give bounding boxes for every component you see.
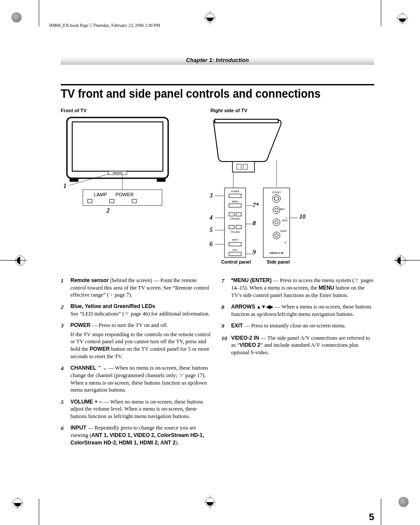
svg-rect-43 [243, 164, 247, 169]
svg-text:S-VIDEO: S-VIDEO [272, 191, 281, 194]
item-head: ARROWS [231, 304, 255, 310]
callout-4: 4 [210, 214, 213, 221]
svg-rect-52 [229, 213, 234, 216]
callout-5: 5 [210, 227, 213, 234]
svg-point-66 [274, 197, 275, 198]
registration-mark-icon [394, 254, 407, 267]
svg-rect-55 [229, 225, 234, 229]
svg-text:R: R [284, 241, 286, 244]
list-item: 1 Remote sensor (behind the screen) — Po… [61, 277, 214, 299]
svg-text:CHANNEL: CHANNEL [230, 217, 240, 220]
svg-point-78 [273, 232, 280, 239]
svg-rect-40 [215, 119, 278, 123]
svg-rect-61 [229, 252, 241, 256]
registration-mark-gray [11, 12, 22, 24]
body-columns: 1 Remote sensor (behind the screen) — Po… [61, 277, 374, 451]
svg-rect-31 [157, 178, 166, 182]
callout-6: 6 [210, 241, 213, 248]
book-header: HM66_EN.book Page 5 Thursday, February 2… [49, 23, 160, 28]
right-side-diagram: POWER MENU CHANNEL VOLUME INPUT EXIT S-V… [202, 116, 369, 274]
registration-mark-icon [204, 11, 216, 25]
svg-text:VIDEO-2 IN: VIDEO-2 IN [269, 252, 284, 254]
callout-10: 10 [299, 213, 306, 220]
chapter-heading: Chapter 1: Introduction [61, 56, 374, 65]
item-head: VIDEO-2 IN [231, 335, 259, 341]
registration-mark-icon [11, 497, 24, 511]
callout-3: 3 [210, 192, 213, 199]
item-head: VOLUME + – [70, 399, 102, 405]
svg-text:VOLUME: VOLUME [230, 231, 240, 233]
diagrams-area: Front of TV LAMP POWER [61, 108, 374, 271]
svg-rect-27 [72, 122, 163, 171]
svg-rect-49 [229, 194, 241, 198]
control-panel-label: Control panel [218, 259, 254, 264]
svg-text:MENU: MENU [232, 200, 239, 203]
list-item: 3 POWER — Press to turn the TV on and of… [61, 322, 214, 360]
page-title: TV front and side panel controls and con… [61, 87, 352, 101]
svg-rect-53 [236, 213, 241, 216]
item-head: POWER [70, 322, 90, 328]
right-column: 7 *MENU (ENTER) — Press to access the me… [221, 277, 374, 451]
front-of-tv-diagram: LAMP POWER [61, 116, 193, 221]
svg-rect-59 [229, 242, 241, 246]
right-side-label: Right side of TV [210, 108, 374, 113]
item-head: INPUT [70, 425, 86, 431]
registration-mark-icon [13, 254, 26, 267]
list-item: 9 EXIT — Press to instantly close an on-… [221, 322, 374, 330]
list-item: 7 *MENU (ENTER) — Press to access the me… [221, 277, 374, 299]
item-head: Remote sensor [70, 277, 109, 283]
svg-point-67 [278, 197, 279, 198]
list-item: 8 ARROWS ▲▼◀▶ — When a menu is on-screen… [221, 303, 374, 318]
svg-text:INPUT: INPUT [232, 239, 239, 241]
item-head: *MENU (ENTER) [231, 277, 272, 283]
callout-7: 7* [253, 202, 259, 209]
svg-text:POWER: POWER [115, 192, 134, 197]
svg-text:EXIT: EXIT [232, 249, 237, 251]
side-panel-label: Side panel [261, 259, 296, 264]
front-of-tv-label: Front of TV [61, 108, 193, 113]
callout-2: 2 [107, 207, 110, 214]
callout-1: 1 [63, 183, 66, 190]
svg-point-71 [273, 206, 280, 213]
title-rule [61, 84, 374, 85]
callout-8: 8 [253, 220, 256, 227]
svg-point-64 [273, 195, 280, 202]
svg-text:AUDIO: AUDIO [280, 230, 287, 232]
item-head: EXIT [231, 323, 243, 329]
crop-mark [394, 260, 420, 261]
svg-rect-51 [229, 204, 241, 207]
svg-rect-42 [237, 164, 241, 169]
svg-point-75 [273, 219, 280, 226]
list-item: 5 VOLUME + – — When no menu is on-screen… [61, 398, 214, 420]
svg-point-68 [274, 199, 275, 200]
svg-text:MONO: MONO [282, 220, 288, 222]
svg-text:LAMP: LAMP [94, 192, 107, 197]
svg-rect-47 [225, 188, 246, 257]
item-head: CHANNEL [70, 365, 96, 371]
svg-rect-29 [113, 172, 122, 174]
item-head: Blue, Yellow and Green/Red LEDs [70, 303, 214, 310]
list-item: 6 INPUT — Repeatedly press to change the… [61, 424, 214, 446]
registration-mark-icon [204, 495, 216, 509]
list-item: 2 Blue, Yellow and Green/Red LEDsSee “LE… [61, 303, 214, 317]
registration-mark-gray [398, 497, 409, 509]
svg-point-69 [278, 199, 279, 200]
list-item: 4 CHANNEL ⌃ ⌄ — When no menu is on-scree… [61, 364, 214, 393]
page-number: 5 [369, 511, 374, 523]
crop-mark [0, 260, 26, 261]
registration-mark-icon [396, 12, 409, 26]
svg-rect-56 [236, 225, 241, 229]
left-column: 1 Remote sensor (behind the screen) — Po… [61, 277, 214, 451]
svg-text:POWER: POWER [231, 190, 239, 193]
callout-9: 9 [253, 249, 256, 256]
svg-rect-30 [70, 178, 78, 182]
list-item: 10 VIDEO-2 IN — The side panel A/V conne… [221, 334, 374, 356]
